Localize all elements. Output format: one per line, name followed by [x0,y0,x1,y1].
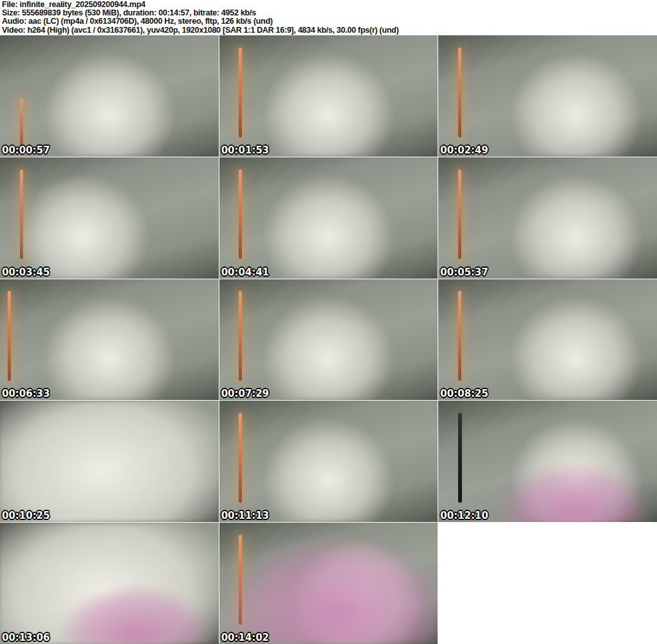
thumbnail-grid: 00:00:57 00:01:53 00:02:49 00:03:45 00:0… [0,35,657,644]
timestamp-overlay: 00:10:25 [2,511,50,521]
media-info-line-video: Video: h264 (High) (avc1 / 0x31637661), … [2,26,657,35]
video-thumbnail: 00:02:49 [438,35,657,157]
figure-highlight-shape [219,157,438,279]
timestamp-overlay: 00:13:06 [2,633,50,643]
timestamp-overlay: 00:08:25 [440,389,488,399]
figure-highlight-shape [219,279,438,401]
pink-tint-shape [0,523,219,644]
timestamp-overlay: 00:12:10 [440,511,488,521]
timestamp-overlay: 00:03:45 [2,268,50,277]
media-info-line-audio: Audio: aac (LC) (mp4a / 0x6134706D), 480… [2,17,657,26]
video-thumbnail: 00:12:10 [438,401,657,522]
video-thumbnail: 00:14:02 [219,523,438,644]
timestamp-overlay: 00:06:33 [2,389,50,399]
timestamp-overlay: 00:00:57 [2,146,50,155]
video-thumbnail: 00:11:13 [219,401,438,522]
video-thumbnail: 00:07:29 [219,279,438,401]
figure-highlight-shape [0,35,219,157]
video-thumbnail: 00:13:06 [0,523,219,644]
figure-highlight-shape [219,35,438,157]
figure-highlight-shape [219,401,438,522]
video-thumbnail: 00:03:45 [0,157,219,279]
figure-highlight-shape [438,35,657,157]
video-thumbnail: 00:10:25 [0,401,219,522]
figure-highlight-shape [0,401,219,522]
video-thumbnail: 00:00:57 [0,35,219,157]
empty-grid-cell [438,523,657,644]
timestamp-overlay: 00:02:49 [440,146,488,155]
figure-highlight-shape [438,279,657,401]
video-thumbnail: 00:08:25 [438,279,657,401]
timestamp-overlay: 00:05:37 [440,268,488,277]
timestamp-overlay: 00:01:53 [221,146,269,155]
pink-tint-shape [438,401,657,522]
figure-highlight-shape [0,279,219,401]
figure-highlight-shape [438,157,657,279]
video-thumbnail: 00:01:53 [219,35,438,157]
pink-tint-shape [219,523,438,644]
timestamp-overlay: 00:04:41 [221,268,269,277]
figure-highlight-shape [0,157,219,279]
media-info-header: File: infinite_reality_202509200944.mp4 … [0,0,657,35]
video-thumbnail: 00:05:37 [438,157,657,279]
timestamp-overlay: 00:07:29 [221,389,269,399]
timestamp-overlay: 00:11:13 [221,511,269,521]
video-thumbnail: 00:06:33 [0,279,219,401]
timestamp-overlay: 00:14:02 [221,633,269,643]
video-thumbnail: 00:04:41 [219,157,438,279]
